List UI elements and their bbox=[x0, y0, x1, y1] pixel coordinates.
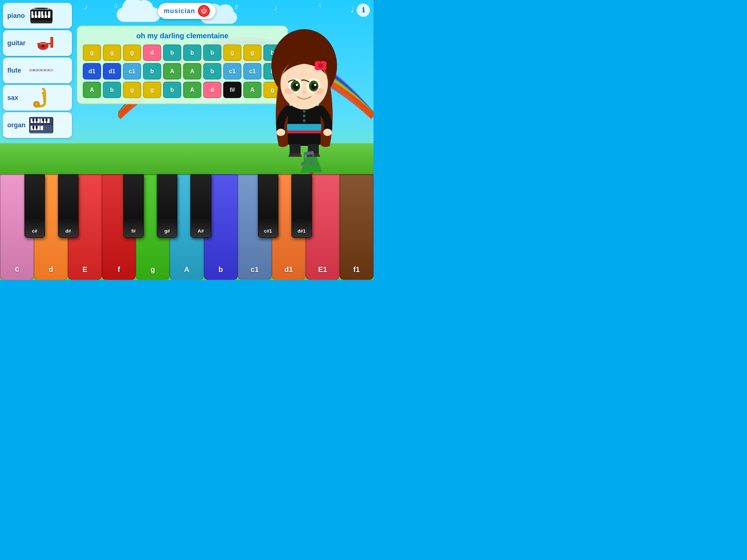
svg-rect-4 bbox=[38, 11, 40, 18]
svg-point-80 bbox=[285, 88, 295, 94]
svg-point-40 bbox=[43, 100, 45, 102]
note-tile[interactable]: g bbox=[223, 44, 241, 61]
song-title: oh my darling clementaine bbox=[83, 32, 282, 40]
svg-rect-20 bbox=[37, 43, 51, 44]
svg-rect-11 bbox=[46, 11, 48, 15]
key-c-label: c bbox=[15, 264, 19, 274]
organ-icon bbox=[28, 116, 54, 134]
svg-rect-51 bbox=[42, 118, 44, 121]
note-tile[interactable]: c1 bbox=[123, 63, 141, 79]
white-keys: c d E f g A b c1 d1 bbox=[0, 174, 374, 280]
note-tile[interactable]: d1 bbox=[103, 63, 121, 79]
emoji-character: 🎵 bbox=[299, 150, 317, 167]
info-icon: ℹ bbox=[362, 6, 365, 14]
note-tile[interactable]: A bbox=[183, 82, 201, 98]
instrument-sax[interactable]: sax bbox=[3, 85, 72, 110]
svg-point-39 bbox=[43, 97, 45, 99]
note-tile[interactable]: b bbox=[183, 44, 201, 61]
cloud-1 bbox=[117, 7, 160, 22]
note-tile[interactable]: b bbox=[203, 44, 221, 61]
key-csharp1[interactable]: c#1 bbox=[258, 174, 278, 238]
organ-label: organ bbox=[7, 121, 26, 129]
note-tile[interactable]: A bbox=[163, 63, 181, 79]
key-csharp1-label: c#1 bbox=[264, 228, 272, 234]
note-tile[interactable]: b bbox=[103, 82, 121, 98]
key-csharp[interactable]: c# bbox=[24, 174, 45, 238]
note-tile[interactable]: g bbox=[83, 44, 101, 61]
svg-point-81 bbox=[314, 88, 324, 94]
note-tile[interactable]: b bbox=[143, 63, 161, 79]
svg-rect-52 bbox=[46, 118, 47, 121]
key-csharp-label: c# bbox=[32, 228, 37, 234]
svg-rect-60 bbox=[30, 132, 53, 133]
key-gsharp[interactable]: g# bbox=[157, 174, 177, 238]
svg-point-88 bbox=[276, 129, 285, 136]
note-tile[interactable]: b bbox=[163, 82, 181, 98]
note-tile[interactable]: c1 bbox=[223, 63, 241, 79]
guitar-icon bbox=[28, 34, 54, 52]
key-f1[interactable]: f1 bbox=[340, 174, 374, 280]
key-d-label: d bbox=[49, 265, 53, 274]
power-button[interactable]: ⏻ bbox=[198, 5, 210, 17]
note-tile[interactable]: b bbox=[203, 63, 221, 79]
svg-rect-16 bbox=[50, 37, 53, 48]
piano-icon bbox=[28, 7, 54, 25]
note-tile[interactable]: g bbox=[123, 44, 141, 61]
svg-rect-10 bbox=[43, 11, 45, 15]
note-tile[interactable]: d bbox=[203, 82, 221, 98]
note-tile[interactable]: f# bbox=[223, 82, 241, 98]
key-f-label: f bbox=[117, 265, 120, 274]
info-button[interactable]: ℹ bbox=[357, 4, 370, 17]
keyboard-container: c d E f g A b c1 d1 bbox=[0, 174, 374, 280]
note-tile[interactable]: A bbox=[83, 82, 101, 98]
svg-point-31 bbox=[40, 69, 42, 71]
note-tile[interactable]: A bbox=[183, 63, 201, 79]
key-e-label: E bbox=[82, 265, 87, 274]
power-icon: ⏻ bbox=[201, 8, 207, 14]
instrument-piano[interactable]: piano bbox=[3, 3, 72, 28]
flute-label: flute bbox=[7, 67, 26, 74]
svg-rect-9 bbox=[36, 11, 38, 15]
svg-rect-57 bbox=[40, 126, 43, 130]
svg-point-86 bbox=[303, 114, 306, 117]
instrument-organ[interactable]: organ bbox=[3, 112, 72, 138]
key-g-label: g bbox=[151, 265, 155, 274]
key-asharp[interactable]: A# bbox=[190, 174, 211, 238]
note-grid: g g g d b b b g g b d1 d1 c1 b A A b c1 … bbox=[83, 44, 282, 98]
key-c1-label: c1 bbox=[251, 265, 259, 274]
instrument-flute[interactable]: flute bbox=[3, 58, 72, 83]
note-tile[interactable]: b bbox=[163, 44, 181, 61]
key-dsharp1[interactable]: d#1 bbox=[291, 174, 312, 238]
key-fsharp-label: f# bbox=[131, 228, 136, 234]
svg-point-89 bbox=[323, 129, 332, 136]
svg-point-85 bbox=[303, 110, 306, 113]
key-f1-label: f1 bbox=[353, 265, 360, 274]
key-asharp-label: A# bbox=[198, 228, 204, 234]
flute-icon bbox=[28, 61, 54, 79]
sax-icon bbox=[28, 89, 54, 107]
note-tile[interactable]: g bbox=[103, 44, 121, 61]
instrument-panel: piano guitar bbox=[0, 0, 75, 164]
top-header: musician ⏻ bbox=[158, 3, 216, 19]
key-dsharp[interactable]: d# bbox=[58, 174, 78, 238]
svg-rect-58 bbox=[32, 126, 34, 129]
svg-rect-34 bbox=[29, 69, 31, 71]
key-a-label: A bbox=[184, 265, 189, 274]
key-dsharp1-label: d#1 bbox=[298, 228, 306, 234]
guitar-label: guitar bbox=[7, 39, 26, 47]
note-tile[interactable]: d bbox=[143, 44, 161, 61]
note-tile[interactable]: g bbox=[143, 82, 161, 98]
note-tile[interactable]: d1 bbox=[83, 63, 101, 79]
svg-rect-7 bbox=[48, 11, 50, 18]
svg-point-78 bbox=[314, 84, 316, 86]
svg-rect-50 bbox=[36, 118, 38, 121]
svg-point-30 bbox=[37, 69, 38, 71]
app-title: musician bbox=[164, 7, 195, 15]
svg-point-38 bbox=[43, 95, 44, 97]
note-row-2: d1 d1 c1 b A A b c1 c1 b bbox=[83, 63, 282, 79]
svg-rect-45 bbox=[37, 118, 40, 123]
instrument-guitar[interactable]: guitar bbox=[3, 30, 72, 56]
note-tile[interactable]: g bbox=[123, 82, 141, 98]
svg-rect-59 bbox=[36, 126, 38, 129]
key-fsharp[interactable]: f# bbox=[123, 174, 144, 238]
